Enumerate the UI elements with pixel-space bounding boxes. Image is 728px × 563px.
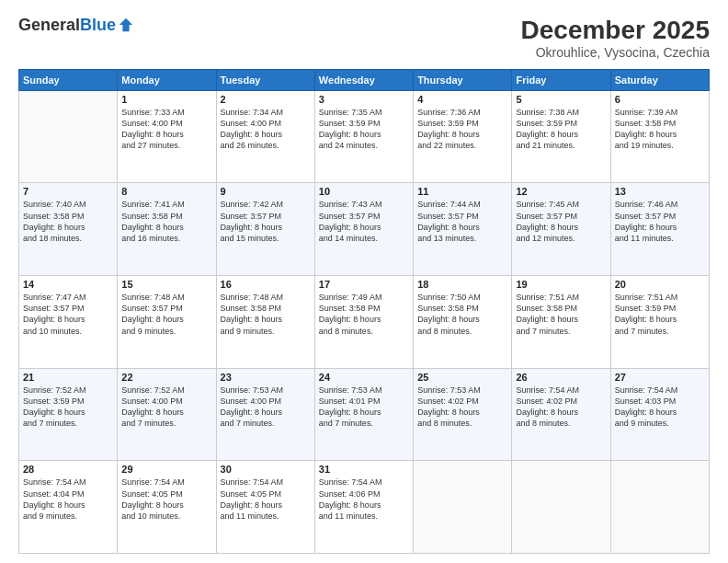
- table-row: 26Sunrise: 7:54 AMSunset: 4:02 PMDayligh…: [512, 368, 610, 461]
- day-number: 15: [121, 279, 211, 290]
- day-info: Sunrise: 7:48 AMSunset: 3:58 PMDaylight:…: [221, 292, 311, 337]
- day-number: 22: [121, 372, 211, 383]
- day-number: 14: [23, 279, 113, 290]
- table-row: [610, 461, 709, 554]
- header-saturday: Saturday: [610, 69, 709, 90]
- header: GeneralBlue December 2025 Okrouhlice, Vy…: [18, 17, 710, 60]
- header-monday: Monday: [118, 69, 216, 90]
- day-info: Sunrise: 7:50 AMSunset: 3:58 PMDaylight:…: [417, 292, 507, 337]
- day-info: Sunrise: 7:46 AMSunset: 3:57 PMDaylight:…: [615, 199, 705, 244]
- day-number: 5: [516, 94, 606, 105]
- day-number: 2: [221, 94, 311, 105]
- table-row: 31Sunrise: 7:54 AMSunset: 4:06 PMDayligh…: [314, 461, 413, 554]
- calendar-header-row: Sunday Monday Tuesday Wednesday Thursday…: [19, 69, 710, 90]
- day-info: Sunrise: 7:45 AMSunset: 3:57 PMDaylight:…: [516, 199, 606, 244]
- calendar-week-row: 1Sunrise: 7:33 AMSunset: 4:00 PMDaylight…: [19, 90, 710, 183]
- day-number: 27: [615, 372, 705, 383]
- day-number: 6: [615, 94, 705, 105]
- day-number: 7: [23, 186, 113, 197]
- day-info: Sunrise: 7:35 AMSunset: 3:59 PMDaylight:…: [319, 107, 409, 152]
- day-number: 10: [319, 186, 409, 197]
- day-number: 13: [615, 186, 705, 197]
- day-info: Sunrise: 7:54 AMSunset: 4:05 PMDaylight:…: [121, 477, 211, 522]
- table-row: 9Sunrise: 7:42 AMSunset: 3:57 PMDaylight…: [216, 183, 314, 276]
- table-row: 13Sunrise: 7:46 AMSunset: 3:57 PMDayligh…: [610, 183, 709, 276]
- day-info: Sunrise: 7:33 AMSunset: 4:00 PMDaylight:…: [121, 107, 211, 152]
- table-row: 16Sunrise: 7:48 AMSunset: 3:58 PMDayligh…: [216, 276, 314, 369]
- table-row: 17Sunrise: 7:49 AMSunset: 3:58 PMDayligh…: [314, 276, 413, 369]
- day-info: Sunrise: 7:54 AMSunset: 4:06 PMDaylight:…: [319, 477, 409, 522]
- day-number: 16: [221, 279, 311, 290]
- day-number: 31: [319, 464, 409, 475]
- day-info: Sunrise: 7:34 AMSunset: 4:00 PMDaylight:…: [221, 107, 311, 152]
- day-number: 28: [23, 464, 113, 475]
- header-sunday: Sunday: [19, 69, 118, 90]
- calendar-week-row: 21Sunrise: 7:52 AMSunset: 3:59 PMDayligh…: [19, 368, 710, 461]
- day-info: Sunrise: 7:54 AMSunset: 4:04 PMDaylight:…: [23, 477, 113, 522]
- table-row: 6Sunrise: 7:39 AMSunset: 3:58 PMDaylight…: [610, 90, 709, 183]
- table-row: 12Sunrise: 7:45 AMSunset: 3:57 PMDayligh…: [512, 183, 610, 276]
- logo-general: GeneralBlue: [18, 17, 116, 33]
- calendar-week-row: 14Sunrise: 7:47 AMSunset: 3:57 PMDayligh…: [19, 276, 710, 369]
- calendar-week-row: 7Sunrise: 7:40 AMSunset: 3:58 PMDaylight…: [19, 183, 710, 276]
- table-row: 14Sunrise: 7:47 AMSunset: 3:57 PMDayligh…: [19, 276, 118, 369]
- day-info: Sunrise: 7:49 AMSunset: 3:58 PMDaylight:…: [319, 292, 409, 337]
- table-row: 29Sunrise: 7:54 AMSunset: 4:05 PMDayligh…: [118, 461, 216, 554]
- table-row: 4Sunrise: 7:36 AMSunset: 3:59 PMDaylight…: [414, 90, 512, 183]
- day-number: 1: [121, 94, 211, 105]
- calendar-week-row: 28Sunrise: 7:54 AMSunset: 4:04 PMDayligh…: [19, 461, 710, 554]
- title-block: December 2025 Okrouhlice, Vysocina, Czec…: [521, 17, 710, 60]
- header-wednesday: Wednesday: [314, 69, 413, 90]
- table-row: 18Sunrise: 7:50 AMSunset: 3:58 PMDayligh…: [414, 276, 512, 369]
- day-info: Sunrise: 7:44 AMSunset: 3:57 PMDaylight:…: [417, 199, 507, 244]
- day-info: Sunrise: 7:53 AMSunset: 4:01 PMDaylight:…: [319, 385, 409, 430]
- day-number: 4: [417, 94, 507, 105]
- day-info: Sunrise: 7:52 AMSunset: 3:59 PMDaylight:…: [23, 385, 113, 430]
- table-row: 15Sunrise: 7:48 AMSunset: 3:57 PMDayligh…: [118, 276, 216, 369]
- day-info: Sunrise: 7:51 AMSunset: 3:58 PMDaylight:…: [516, 292, 606, 337]
- day-info: Sunrise: 7:52 AMSunset: 4:00 PMDaylight:…: [121, 385, 211, 430]
- table-row: 2Sunrise: 7:34 AMSunset: 4:00 PMDaylight…: [216, 90, 314, 183]
- logo: GeneralBlue: [18, 17, 134, 33]
- day-number: 18: [417, 279, 507, 290]
- day-number: 3: [319, 94, 409, 105]
- day-info: Sunrise: 7:54 AMSunset: 4:03 PMDaylight:…: [615, 385, 705, 430]
- day-number: 25: [417, 372, 507, 383]
- header-tuesday: Tuesday: [216, 69, 314, 90]
- day-info: Sunrise: 7:43 AMSunset: 3:57 PMDaylight:…: [319, 199, 409, 244]
- day-info: Sunrise: 7:40 AMSunset: 3:58 PMDaylight:…: [23, 199, 113, 244]
- table-row: [512, 461, 610, 554]
- day-number: 11: [417, 186, 507, 197]
- day-info: Sunrise: 7:48 AMSunset: 3:57 PMDaylight:…: [121, 292, 211, 337]
- table-row: 25Sunrise: 7:53 AMSunset: 4:02 PMDayligh…: [414, 368, 512, 461]
- table-row: 3Sunrise: 7:35 AMSunset: 3:59 PMDaylight…: [314, 90, 413, 183]
- table-row: 24Sunrise: 7:53 AMSunset: 4:01 PMDayligh…: [314, 368, 413, 461]
- table-row: [19, 90, 118, 183]
- day-info: Sunrise: 7:53 AMSunset: 4:02 PMDaylight:…: [417, 385, 507, 430]
- day-info: Sunrise: 7:53 AMSunset: 4:00 PMDaylight:…: [221, 385, 311, 430]
- day-number: 23: [221, 372, 311, 383]
- day-number: 20: [615, 279, 705, 290]
- table-row: 28Sunrise: 7:54 AMSunset: 4:04 PMDayligh…: [19, 461, 118, 554]
- day-number: 30: [221, 464, 311, 475]
- day-number: 8: [121, 186, 211, 197]
- day-info: Sunrise: 7:41 AMSunset: 3:58 PMDaylight:…: [121, 199, 211, 244]
- svg-marker-0: [119, 18, 132, 31]
- calendar-table: Sunday Monday Tuesday Wednesday Thursday…: [18, 69, 710, 554]
- table-row: 5Sunrise: 7:38 AMSunset: 3:59 PMDaylight…: [512, 90, 610, 183]
- day-info: Sunrise: 7:54 AMSunset: 4:05 PMDaylight:…: [221, 477, 311, 522]
- day-number: 17: [319, 279, 409, 290]
- day-number: 26: [516, 372, 606, 383]
- table-row: 19Sunrise: 7:51 AMSunset: 3:58 PMDayligh…: [512, 276, 610, 369]
- table-row: [414, 461, 512, 554]
- table-row: 8Sunrise: 7:41 AMSunset: 3:58 PMDaylight…: [118, 183, 216, 276]
- table-row: 27Sunrise: 7:54 AMSunset: 4:03 PMDayligh…: [610, 368, 709, 461]
- table-row: 10Sunrise: 7:43 AMSunset: 3:57 PMDayligh…: [314, 183, 413, 276]
- day-info: Sunrise: 7:42 AMSunset: 3:57 PMDaylight:…: [221, 199, 311, 244]
- table-row: 22Sunrise: 7:52 AMSunset: 4:00 PMDayligh…: [118, 368, 216, 461]
- table-row: 21Sunrise: 7:52 AMSunset: 3:59 PMDayligh…: [19, 368, 118, 461]
- day-info: Sunrise: 7:38 AMSunset: 3:59 PMDaylight:…: [516, 107, 606, 152]
- day-info: Sunrise: 7:51 AMSunset: 3:59 PMDaylight:…: [615, 292, 705, 337]
- table-row: 11Sunrise: 7:44 AMSunset: 3:57 PMDayligh…: [414, 183, 512, 276]
- day-number: 29: [121, 464, 211, 475]
